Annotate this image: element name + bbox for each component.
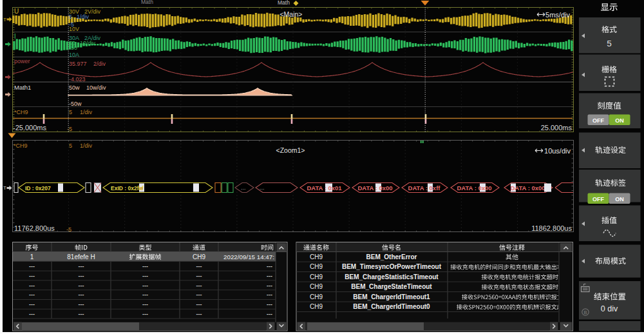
svg-text:---: --- bbox=[267, 311, 272, 317]
svg-text:2022/09/15 14:47:: 2022/09/15 14:47: bbox=[223, 253, 274, 260]
svg-text:<Main>: <Main> bbox=[279, 10, 302, 18]
svg-text:---: --- bbox=[29, 263, 35, 270]
svg-text:---: --- bbox=[29, 301, 35, 308]
svg-text:-50w: -50w bbox=[69, 101, 82, 107]
svg-text:---: --- bbox=[29, 291, 35, 298]
svg-text:...: ... bbox=[260, 184, 265, 191]
svg-text:Math1: Math1 bbox=[14, 84, 31, 91]
svg-text:DATA : 0x00: DATA : 0x00 bbox=[457, 184, 491, 192]
svg-text:-4.023: -4.023 bbox=[69, 76, 86, 83]
svg-text:5ms/div: 5ms/div bbox=[545, 11, 570, 19]
svg-text:---: --- bbox=[79, 273, 84, 279]
svg-text:10V: 10V bbox=[69, 26, 79, 32]
svg-text:T: T bbox=[3, 17, 6, 23]
svg-text:---: --- bbox=[267, 273, 272, 279]
svg-text:---: --- bbox=[79, 282, 84, 289]
svg-text:---: --- bbox=[142, 263, 148, 270]
svg-text:CH9: CH9 bbox=[310, 303, 323, 310]
svg-text:---: --- bbox=[196, 311, 202, 317]
svg-text:CH9: CH9 bbox=[310, 273, 323, 280]
svg-text:10/div: 10/div bbox=[80, 40, 96, 46]
svg-text:---: --- bbox=[142, 273, 148, 279]
svg-text:CH9: CH9 bbox=[193, 253, 205, 260]
svg-text:11762.800us: 11762.800us bbox=[14, 224, 55, 232]
svg-text:5: 5 bbox=[69, 109, 72, 115]
svg-text:CH9: CH9 bbox=[310, 253, 323, 260]
svg-text:1/div: 1/div bbox=[80, 142, 93, 149]
svg-text:5: 5 bbox=[607, 39, 612, 48]
svg-text:---: --- bbox=[267, 301, 272, 308]
svg-text:10A: 10A bbox=[69, 52, 79, 58]
svg-text:---: --- bbox=[79, 291, 84, 298]
svg-text:---: --- bbox=[79, 311, 84, 317]
svg-text:0 div: 0 div bbox=[601, 304, 618, 313]
svg-text:10us/div: 10us/div bbox=[544, 147, 571, 155]
svg-text:---: --- bbox=[196, 263, 202, 270]
svg-text:---: --- bbox=[196, 273, 202, 279]
svg-text:50w: 50w bbox=[69, 84, 80, 91]
svg-text:BEM_TimesyncOrPowerTimeout: BEM_TimesyncOrPowerTimeout bbox=[342, 263, 442, 270]
svg-text:---: --- bbox=[142, 291, 148, 298]
svg-text:-5: -5 bbox=[67, 126, 72, 132]
svg-text:10w/div: 10w/div bbox=[86, 84, 106, 91]
svg-text:---: --- bbox=[29, 311, 35, 317]
svg-text:-25.000ms: -25.000ms bbox=[13, 124, 46, 132]
svg-text:DATA : 0xff: DATA : 0xff bbox=[408, 184, 441, 192]
svg-text:Math: Math bbox=[141, 0, 153, 5]
svg-text:BEM_ChargerIdTimeout1: BEM_ChargerIdTimeout1 bbox=[353, 293, 430, 300]
svg-text:T: T bbox=[3, 185, 6, 191]
svg-text:---: --- bbox=[196, 282, 202, 289]
svg-text:---: --- bbox=[142, 311, 148, 317]
svg-text:---: --- bbox=[196, 291, 202, 298]
svg-text:Math: Math bbox=[278, 0, 290, 6]
svg-text:---: --- bbox=[79, 263, 84, 270]
svg-text:CH9: CH9 bbox=[310, 293, 323, 300]
svg-text:-5: -5 bbox=[66, 226, 71, 233]
svg-text:---: --- bbox=[142, 301, 148, 308]
svg-text:<Zoom1>: <Zoom1> bbox=[276, 146, 305, 154]
svg-text:BEM_ChargeStatisticsTimeout: BEM_ChargeStatisticsTimeout bbox=[345, 273, 439, 280]
svg-text:5: 5 bbox=[69, 14, 72, 20]
svg-text:1/div: 1/div bbox=[77, 14, 90, 20]
svg-text:BEM_OtherError: BEM_OtherError bbox=[366, 253, 417, 260]
svg-text:---: --- bbox=[267, 263, 272, 270]
svg-text:DATA : 0x00: DATA : 0x00 bbox=[357, 184, 392, 192]
svg-text:OFF: OFF bbox=[592, 196, 604, 202]
svg-text:CH9: CH9 bbox=[310, 263, 323, 270]
svg-text:I: I bbox=[14, 33, 16, 40]
svg-text:ExID : 0x2fef: ExID : 0x2fef bbox=[111, 185, 144, 192]
svg-text:1/div: 1/div bbox=[80, 109, 93, 115]
svg-text:35.977: 35.977 bbox=[69, 61, 87, 67]
svg-text:1: 1 bbox=[30, 253, 34, 260]
svg-text:e: e bbox=[140, 185, 144, 192]
svg-text:---: --- bbox=[142, 282, 148, 289]
svg-text:ON: ON bbox=[615, 117, 624, 124]
svg-text:BEM_ChargerIdTimeout0: BEM_ChargerIdTimeout0 bbox=[353, 303, 430, 310]
svg-text:OFF: OFF bbox=[592, 117, 604, 124]
svg-text:11862.800us: 11862.800us bbox=[531, 224, 572, 232]
svg-text:U: U bbox=[14, 8, 19, 15]
svg-text:CH9: CH9 bbox=[310, 283, 323, 290]
svg-text:...: ... bbox=[241, 184, 246, 191]
svg-text:power: power bbox=[14, 58, 30, 64]
svg-text:---: --- bbox=[29, 282, 35, 289]
svg-text:81efefe H: 81efefe H bbox=[67, 253, 95, 260]
svg-text:ID : 0x207: ID : 0x207 bbox=[25, 185, 51, 192]
svg-text:25.000ms: 25.000ms bbox=[541, 124, 573, 132]
svg-text:DATA : 0x01: DATA : 0x01 bbox=[307, 184, 342, 192]
svg-text:-50: -50 bbox=[69, 44, 77, 51]
svg-text:---: --- bbox=[196, 301, 202, 308]
svg-text:5: 5 bbox=[69, 142, 72, 149]
svg-text:---: --- bbox=[29, 273, 35, 279]
svg-text:ON: ON bbox=[615, 196, 624, 202]
svg-text:B: B bbox=[583, 309, 587, 315]
svg-text:---: --- bbox=[79, 301, 84, 308]
svg-text:---: --- bbox=[267, 282, 272, 289]
svg-text:BEM_ChargeStateTimeout: BEM_ChargeStateTimeout bbox=[351, 283, 432, 290]
svg-text:DATA : 0x00: DATA : 0x00 bbox=[510, 184, 545, 192]
svg-text:2/div: 2/div bbox=[93, 61, 106, 67]
svg-text:*CH9: *CH9 bbox=[14, 109, 28, 115]
svg-text:---: --- bbox=[267, 291, 272, 298]
svg-text:*CH9: *CH9 bbox=[14, 142, 28, 149]
